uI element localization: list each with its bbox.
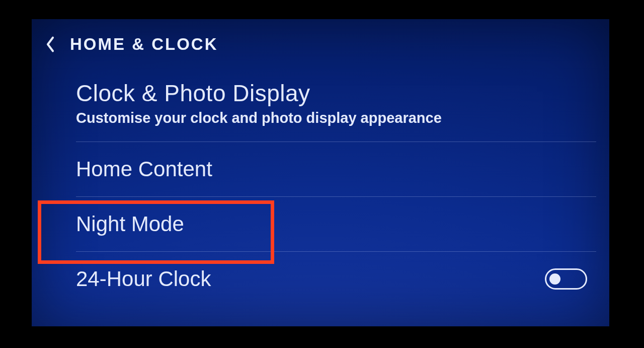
content-area: Clock & Photo Display Customise your clo… bbox=[76, 80, 596, 306]
back-button[interactable] bbox=[43, 33, 58, 55]
row-night-mode[interactable]: Night Mode bbox=[76, 196, 596, 251]
toggle-24-hour-clock[interactable] bbox=[545, 268, 587, 290]
header-bar: HOME & CLOCK bbox=[32, 19, 609, 60]
page-title: HOME & CLOCK bbox=[70, 35, 218, 54]
section-title: Clock & Photo Display bbox=[76, 80, 596, 107]
row-home-content[interactable]: Home Content bbox=[76, 142, 596, 196]
row-24-hour-clock[interactable]: 24-Hour Clock bbox=[76, 251, 596, 306]
section-subtitle: Customise your clock and photo display a… bbox=[76, 110, 596, 126]
row-label: 24-Hour Clock bbox=[76, 267, 211, 291]
settings-screen: HOME & CLOCK Clock & Photo Display Custo… bbox=[32, 19, 609, 326]
row-label: Night Mode bbox=[76, 212, 184, 236]
row-label: Home Content bbox=[76, 157, 212, 181]
chevron-left-icon bbox=[45, 36, 55, 53]
toggle-knob bbox=[549, 273, 560, 285]
